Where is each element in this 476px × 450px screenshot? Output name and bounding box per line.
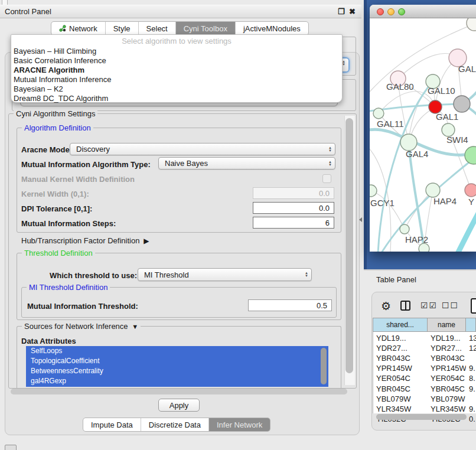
- data-attributes-list[interactable]: SelfLoopsTopologicalCoefficientBetweenne…: [26, 346, 328, 387]
- table-cell[interactable]: 0.: [469, 414, 476, 425]
- close-traffic-light-icon[interactable]: [377, 8, 384, 15]
- table-cell[interactable]: 9.: [469, 403, 476, 414]
- table-cell[interactable]: 8.: [469, 373, 476, 384]
- table-cell[interactable]: YBR045C: [431, 383, 466, 394]
- tab-label: Impute Data: [91, 420, 133, 429]
- cropped-minimized-widget[interactable]: [5, 445, 17, 450]
- settings-horizontal-scrollbar[interactable]: [11, 389, 347, 394]
- network-edge[interactable]: [379, 92, 435, 113]
- table-cell[interactable]: YER054C: [431, 373, 466, 384]
- mi-steps-field[interactable]: 6: [253, 217, 334, 229]
- expand-right-icon[interactable]: ▶: [142, 237, 149, 245]
- network-node-label: GAL10: [428, 86, 455, 96]
- tab-cyni-toolbox[interactable]: Cyni Toolbox: [176, 22, 236, 35]
- table-cell[interactable]: YBL079W: [431, 393, 466, 404]
- table-cell[interactable]: YLR345W: [431, 403, 466, 414]
- table-cell[interactable]: YPR145W: [376, 363, 428, 374]
- data-attribute-item[interactable]: TopologicalCoefficient: [26, 356, 328, 366]
- table-cell[interactable]: YBR043C: [431, 353, 466, 363]
- table-column-header[interactable]: shared...: [373, 318, 428, 332]
- table-cell[interactable]: [469, 393, 476, 404]
- network-node[interactable]: [373, 108, 384, 119]
- table-cell[interactable]: YLR345W: [376, 403, 428, 414]
- table-cell[interactable]: YBL079W: [376, 393, 428, 404]
- table-cell[interactable]: 9.: [469, 363, 476, 374]
- algorithm-option[interactable]: Mutual Information Inference: [11, 75, 342, 84]
- dpi-tolerance-field[interactable]: 0.0: [253, 202, 334, 214]
- algorithm-option[interactable]: Basic Correlation Inference: [11, 56, 342, 66]
- which-threshold-combo[interactable]: MI Threshold ▲▼: [138, 268, 312, 281]
- column-layout-icon[interactable]: [400, 301, 410, 311]
- network-node-label: GAL4: [406, 149, 428, 159]
- table-cell[interactable]: YBR045C: [376, 383, 428, 394]
- table-cell[interactable]: YDL19...: [431, 332, 466, 343]
- new-table-icon[interactable]: [471, 298, 476, 314]
- network-window-titlebar[interactable]: [370, 5, 476, 18]
- network-edge[interactable]: [457, 213, 476, 252]
- tab-network[interactable]: Network: [51, 22, 106, 35]
- data-attribute-item[interactable]: BetweennessCentrality: [26, 366, 328, 376]
- tab-jactivemnodules[interactable]: jActiveMNodules: [236, 22, 308, 35]
- table-horizontal-scrollbar[interactable]: [376, 414, 467, 420]
- zoom-traffic-light-icon[interactable]: [398, 8, 405, 15]
- network-node[interactable]: [400, 224, 409, 234]
- select-all-checks-icon[interactable]: ☑☑: [420, 301, 438, 310]
- algorithm-option[interactable]: ARACNE Algorithm: [11, 66, 342, 75]
- tab-infer-network[interactable]: Infer Network: [209, 418, 270, 431]
- table-cell[interactable]: YDL19...: [376, 332, 428, 343]
- data-attribute-item[interactable]: SelfLoops: [26, 346, 328, 356]
- network-window[interactable]: GAL8GAL80GAL10GAL1GAL11SWI4GAL4GCY1HAP4Y…: [370, 5, 476, 252]
- network-node[interactable]: [465, 146, 476, 164]
- network-canvas[interactable]: GAL8GAL80GAL10GAL1GAL11SWI4GAL4GCY1HAP4Y…: [370, 18, 476, 252]
- table-cell[interactable]: 9.: [469, 383, 476, 394]
- table-column-header[interactable]: name: [427, 318, 466, 332]
- table-cell[interactable]: YER054C: [376, 373, 428, 384]
- table-column-header[interactable]: [465, 318, 476, 332]
- settings-vertical-scrollbar[interactable]: [345, 118, 353, 373]
- splitter-collapse-icon[interactable]: [359, 217, 362, 222]
- aracne-mode-combo[interactable]: Discovery ▲▼: [70, 143, 335, 155]
- table-cell[interactable]: [469, 353, 476, 363]
- network-node[interactable]: [400, 134, 417, 151]
- gear-icon[interactable]: ⚙: [381, 299, 391, 313]
- network-node[interactable]: [454, 96, 470, 112]
- apply-button[interactable]: Apply: [158, 399, 200, 412]
- mi-steps-value: 6: [325, 219, 330, 227]
- mi-threshold-field[interactable]: 0.5: [248, 299, 332, 311]
- algorithm-dropdown-list[interactable]: Select algorithm to view settings Bayesi…: [11, 34, 343, 103]
- float-panel-icon[interactable]: ❐: [338, 7, 345, 16]
- deselect-all-checks-icon[interactable]: ☐☐: [442, 301, 459, 310]
- table-cell[interactable]: 12: [469, 343, 476, 353]
- tab-select[interactable]: Select: [139, 22, 176, 35]
- table-cell[interactable]: 13: [469, 332, 476, 343]
- algorithm-option[interactable]: Bayesian – K2: [11, 84, 342, 94]
- table-cell[interactable]: YBR043C: [376, 353, 428, 363]
- attributes-scrollbar[interactable]: [321, 348, 327, 384]
- tab-discretize-data[interactable]: Discretize Data: [141, 418, 209, 431]
- network-node[interactable]: [465, 184, 476, 197]
- manual-kernel-checkbox[interactable]: [322, 174, 331, 183]
- table-cell[interactable]: YDR27...: [431, 343, 466, 353]
- kernel-width-label: Kernel Width (0,1):: [21, 190, 89, 198]
- mi-threshold-value: 0.5: [317, 301, 327, 310]
- table-cell[interactable]: YPR145W: [431, 363, 466, 374]
- network-edge[interactable]: [409, 144, 424, 250]
- control-panel-title: Control Panel: [5, 7, 51, 16]
- kernel-width-value: 0.0: [319, 189, 330, 198]
- tab-impute-data[interactable]: Impute Data: [83, 418, 141, 431]
- network-node[interactable]: [467, 18, 476, 31]
- collapse-down-icon[interactable]: ▼: [130, 323, 138, 330]
- algorithm-option[interactable]: Dream8 DC_TDC Algorithm: [11, 94, 342, 103]
- hub-definition-expander[interactable]: Hub/Transcription Factor Definition ▶: [21, 236, 149, 245]
- algorithm-option[interactable]: Bayesian – Hill Climbing: [11, 47, 342, 56]
- data-attribute-item[interactable]: gal4RGexp: [26, 376, 328, 386]
- tab-style[interactable]: Style: [106, 22, 139, 35]
- network-node[interactable]: [426, 183, 440, 197]
- kernel-width-field[interactable]: 0.0: [253, 187, 334, 199]
- mi-type-combo[interactable]: Naive Bayes ▲▼: [158, 157, 335, 169]
- close-panel-icon[interactable]: ✖: [349, 7, 356, 16]
- network-node[interactable]: [419, 243, 429, 252]
- network-node[interactable]: [370, 185, 377, 197]
- minimize-traffic-light-icon[interactable]: [387, 8, 395, 15]
- table-cell[interactable]: YDR27...: [376, 343, 428, 353]
